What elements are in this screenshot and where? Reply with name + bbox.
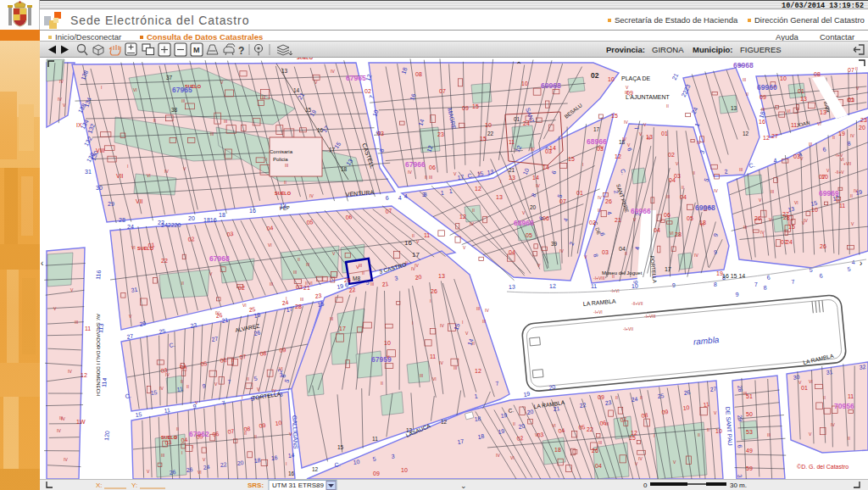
svg-text:08: 08 xyxy=(641,412,648,419)
svg-text:11: 11 xyxy=(164,407,170,414)
svg-text:II: II xyxy=(381,381,383,386)
svg-text:04: 04 xyxy=(595,463,602,469)
svg-text:Provincia:: Provincia: xyxy=(606,45,645,54)
svg-text:06: 06 xyxy=(220,357,227,364)
svg-text:11: 11 xyxy=(591,283,598,289)
svg-text:113: 113 xyxy=(97,323,104,333)
svg-text:I: I xyxy=(286,296,287,301)
svg-text:13: 13 xyxy=(509,284,515,290)
svg-text:VI: VI xyxy=(268,242,272,248)
svg-text:III: III xyxy=(210,131,214,136)
svg-text:12: 12 xyxy=(475,186,481,192)
svg-text:12: 12 xyxy=(475,368,481,374)
svg-text:IV: IV xyxy=(470,221,474,226)
svg-text:16: 16 xyxy=(270,454,278,461)
svg-text:14: 14 xyxy=(287,452,295,459)
svg-text:I: I xyxy=(101,85,102,90)
svg-text:06: 06 xyxy=(345,214,353,220)
svg-text:III: III xyxy=(270,281,273,287)
svg-text:17: 17 xyxy=(457,174,465,181)
svg-text:02: 02 xyxy=(364,88,371,94)
svg-text:FIGUERES: FIGUERES xyxy=(740,45,782,54)
svg-text:67965: 67965 xyxy=(172,86,192,94)
svg-text:16: 16 xyxy=(249,208,256,214)
svg-text:III: III xyxy=(293,270,297,275)
svg-text:03: 03 xyxy=(602,249,609,255)
svg-text:15: 15 xyxy=(317,301,325,308)
svg-text:SRS:: SRS: xyxy=(248,482,264,489)
svg-text:10: 10 xyxy=(821,174,828,180)
svg-text:V: V xyxy=(463,245,466,250)
svg-text:01: 01 xyxy=(661,131,668,136)
svg-text:08: 08 xyxy=(415,71,422,77)
svg-text:20: 20 xyxy=(188,215,195,221)
svg-text:IV: IV xyxy=(536,183,540,188)
svg-text:Comisaria: Comisaria xyxy=(270,149,293,154)
svg-text:26: 26 xyxy=(169,469,176,476)
svg-text:0: 0 xyxy=(643,482,648,489)
svg-text:19: 19 xyxy=(498,428,505,435)
svg-text:II: II xyxy=(682,185,684,190)
svg-text:VI: VI xyxy=(242,303,247,308)
svg-text:III: III xyxy=(370,281,374,287)
svg-text:10: 10 xyxy=(780,75,787,81)
svg-text:IV: IV xyxy=(415,263,419,268)
svg-text:LA RAMBLA: LA RAMBLA xyxy=(582,298,616,307)
svg-text:IV: IV xyxy=(624,120,628,125)
svg-text:03: 03 xyxy=(793,153,800,159)
svg-text:I: I xyxy=(127,164,128,169)
svg-text:10: 10 xyxy=(608,76,615,82)
svg-text:II: II xyxy=(176,426,179,432)
svg-text:15: 15 xyxy=(788,224,795,230)
svg-text:II: II xyxy=(186,384,189,389)
svg-text:21: 21 xyxy=(553,405,560,412)
svg-text:C.: C. xyxy=(508,407,515,414)
svg-text:22: 22 xyxy=(220,461,227,468)
svg-text:05: 05 xyxy=(687,215,693,221)
svg-text:10: 10 xyxy=(384,340,391,346)
svg-text:04: 04 xyxy=(558,427,565,434)
svg-text:51: 51 xyxy=(746,393,753,399)
svg-text:VI: VI xyxy=(279,366,283,371)
svg-text:22: 22 xyxy=(161,258,168,264)
svg-text:2: 2 xyxy=(635,212,641,216)
svg-text:1: 1 xyxy=(440,190,444,196)
svg-text:26: 26 xyxy=(431,288,437,294)
svg-text:PLAÇA DE: PLAÇA DE xyxy=(621,75,651,82)
svg-text:14: 14 xyxy=(293,87,300,93)
svg-text:37: 37 xyxy=(166,75,173,81)
svg-text:IV: IV xyxy=(408,170,412,175)
svg-text:16: 16 xyxy=(288,471,295,476)
svg-text:26: 26 xyxy=(683,389,691,396)
svg-text:14: 14 xyxy=(542,164,549,170)
svg-text:29: 29 xyxy=(737,415,743,422)
svg-text:VIII: VIII xyxy=(96,148,105,153)
svg-text:IV: IV xyxy=(61,416,65,421)
svg-text:05: 05 xyxy=(306,219,314,226)
svg-text:II: II xyxy=(153,118,156,123)
svg-text:09: 09 xyxy=(598,394,604,400)
svg-text:I: I xyxy=(242,395,242,400)
svg-text:II: II xyxy=(362,270,364,276)
svg-text:⌄: ⌄ xyxy=(460,482,467,490)
svg-text:12: 12 xyxy=(441,419,448,425)
svg-text:VI: VI xyxy=(198,470,202,475)
svg-text:VI: VI xyxy=(432,376,437,381)
svg-text:18: 18 xyxy=(477,433,485,440)
svg-text:18: 18 xyxy=(219,212,225,218)
svg-text:III: III xyxy=(453,365,457,370)
svg-text:II: II xyxy=(640,395,643,400)
svg-text:6: 6 xyxy=(819,273,823,279)
svg-text:26: 26 xyxy=(186,466,193,473)
svg-text:07: 07 xyxy=(385,208,392,214)
svg-text:Y:: Y: xyxy=(131,482,137,489)
svg-text:10: 10 xyxy=(485,122,492,128)
svg-text:26: 26 xyxy=(605,198,612,204)
svg-text:16 15 14: 16 15 14 xyxy=(722,273,745,279)
svg-text:IV: IV xyxy=(531,147,535,152)
svg-text:13: 13 xyxy=(646,134,653,140)
svg-text:IV: IV xyxy=(439,360,443,365)
svg-text:4: 4 xyxy=(634,246,640,250)
svg-text:13: 13 xyxy=(731,105,737,111)
svg-text:28: 28 xyxy=(295,303,302,309)
